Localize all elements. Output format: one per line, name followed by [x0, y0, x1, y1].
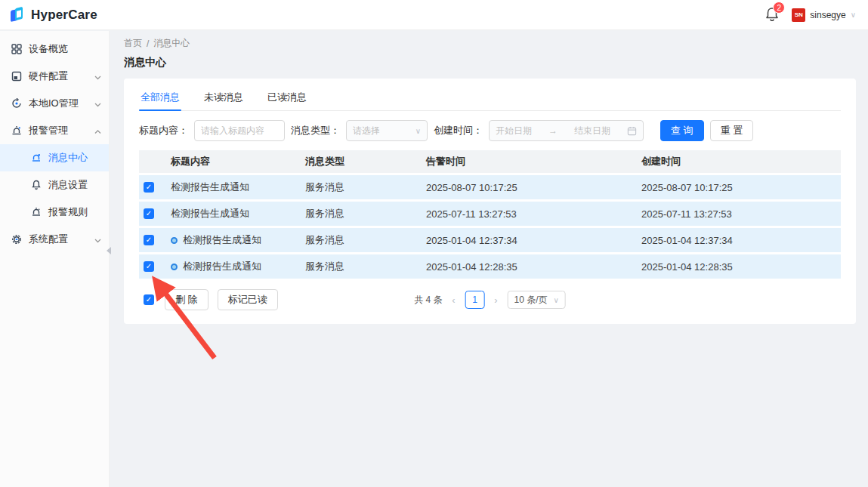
sidebar-item-label: 消息设置	[48, 178, 101, 192]
col-create-time: 创建时间	[641, 155, 841, 168]
type-filter-label: 消息类型：	[291, 124, 340, 137]
reset-button[interactable]: 重 置	[710, 120, 754, 141]
row-checkbox[interactable]	[144, 235, 154, 245]
search-button[interactable]: 查 询	[660, 120, 704, 141]
next-page-icon[interactable]: ›	[493, 294, 500, 306]
tab-read-messages[interactable]: 已读消息	[266, 86, 308, 110]
table-row[interactable]: 检测报告生成通知 服务消息 2025-08-07 10:17:25 2025-0…	[139, 175, 841, 199]
col-title: 标题内容	[171, 155, 305, 168]
title-filter-input-wrap	[194, 120, 285, 141]
breadcrumb-separator: /	[147, 39, 149, 49]
row-type: 服务消息	[305, 207, 426, 220]
row-alarm-time: 2025-01-04 12:28:35	[426, 261, 641, 273]
sidebar-item-label: 系统配置	[29, 233, 94, 246]
calendar-icon	[627, 126, 637, 136]
avatar: SN	[792, 8, 805, 22]
type-filter-placeholder: 请选择	[353, 125, 380, 137]
row-create-time: 2025-08-07 10:17:25	[641, 182, 841, 193]
message-center-icon	[30, 152, 42, 164]
prev-page-icon[interactable]: ‹	[450, 294, 458, 306]
list-footer: 删 除 标记已读 共 4 条 ‹ 1 › 10 条/页 ∨	[139, 289, 841, 310]
sidebar-item-local-io[interactable]: 本地IO管理	[0, 90, 109, 117]
sidebar-item-label: 设备概览	[29, 42, 101, 56]
select-all-checkbox[interactable]	[144, 294, 154, 305]
sidebar-item-label: 报警管理	[29, 124, 94, 137]
gear-icon	[11, 233, 23, 245]
page-size-select[interactable]: 10 条/页 ∨	[508, 291, 566, 309]
col-type: 消息类型	[305, 155, 426, 168]
sidebar-item-label: 报警规则	[48, 205, 101, 219]
row-create-time: 2025-07-11 13:27:53	[641, 208, 841, 220]
end-date-placeholder: 结束日期	[574, 125, 610, 137]
date-range-picker[interactable]: 开始日期 → 结束日期	[489, 120, 644, 141]
sidebar: 设备概览 硬件配置 本地IO管理 报警管理 消息中心	[0, 31, 110, 487]
unread-dot-icon	[171, 264, 178, 270]
top-header: HyperCare 2 SN sinsegye ∨	[0, 0, 868, 30]
notification-badge: 2	[773, 2, 785, 14]
chevron-down-icon	[94, 98, 101, 109]
grid-icon	[11, 43, 23, 55]
sidebar-item-alarm-management[interactable]: 报警管理	[0, 117, 109, 144]
notification-bell[interactable]: 2	[765, 6, 781, 24]
delete-button[interactable]: 删 除	[165, 289, 209, 310]
table-row[interactable]: 检测报告生成通知 服务消息 2025-07-11 13:27:53 2025-0…	[139, 202, 841, 226]
row-title: 检测报告生成通知	[183, 260, 261, 273]
sidebar-item-message-settings[interactable]: 消息设置	[0, 171, 109, 199]
sidebar-collapse-handle[interactable]	[107, 247, 111, 254]
breadcrumb-current: 消息中心	[153, 37, 190, 50]
chevron-down-icon	[94, 234, 101, 245]
title-filter-input[interactable]	[201, 125, 278, 136]
alarm-icon	[11, 125, 23, 137]
row-checkbox[interactable]	[144, 182, 154, 193]
chevron-up-icon	[94, 125, 101, 137]
message-table: 标题内容 消息类型 告警时间 创建时间 检测报告生成通知 服务消息 2025-0…	[139, 150, 841, 279]
title-filter-label: 标题内容：	[139, 124, 188, 137]
row-type: 服务消息	[305, 233, 426, 247]
row-create-time: 2025-01-04 12:37:34	[641, 235, 841, 246]
hardware-icon	[11, 70, 23, 82]
time-filter-label: 创建时间：	[434, 124, 483, 137]
page-size-value: 10 条/页	[514, 294, 548, 307]
sidebar-item-hardware-config[interactable]: 硬件配置	[0, 63, 109, 90]
current-page[interactable]: 1	[465, 291, 485, 309]
sidebar-item-label: 消息中心	[48, 151, 101, 165]
sidebar-item-system-config[interactable]: 系统配置	[0, 226, 109, 253]
mark-read-button[interactable]: 标记已读	[218, 289, 278, 310]
row-alarm-time: 2025-01-04 12:37:34	[426, 235, 641, 246]
message-card: 全部消息 未读消息 已读消息 标题内容： 消息类型： 请选择 ∨ 创建时间： 开…	[124, 79, 856, 324]
page-title: 消息中心	[124, 56, 856, 69]
logo-icon	[11, 8, 26, 23]
message-tabs: 全部消息 未读消息 已读消息	[139, 86, 841, 111]
table-row[interactable]: 检测报告生成通知 服务消息 2025-01-04 12:37:34 2025-0…	[139, 228, 841, 252]
row-checkbox[interactable]	[144, 208, 154, 219]
row-type: 服务消息	[305, 260, 426, 273]
row-type: 服务消息	[305, 180, 426, 194]
user-menu[interactable]: SN sinsegye ∨	[792, 8, 856, 22]
bell-icon	[30, 179, 42, 191]
username: sinsegye	[810, 10, 845, 20]
row-alarm-time: 2025-07-11 13:27:53	[426, 208, 641, 220]
table-header: 标题内容 消息类型 告警时间 创建时间	[139, 150, 841, 173]
table-row[interactable]: 检测报告生成通知 服务消息 2025-01-04 12:28:35 2025-0…	[139, 254, 841, 279]
chevron-down-icon: ∨	[415, 127, 421, 135]
row-checkbox[interactable]	[144, 261, 154, 272]
range-arrow: →	[548, 125, 558, 136]
unread-dot-icon	[171, 237, 178, 244]
sidebar-item-message-center[interactable]: 消息中心	[0, 144, 109, 171]
alarm-rules-icon	[30, 206, 42, 218]
row-title: 检测报告生成通知	[171, 207, 249, 220]
row-create-time: 2025-01-04 12:28:35	[641, 261, 841, 273]
chevron-down-icon	[94, 71, 101, 82]
sidebar-item-device-overview[interactable]: 设备概览	[0, 35, 109, 63]
start-date-placeholder: 开始日期	[496, 125, 532, 137]
sidebar-item-alarm-rules[interactable]: 报警规则	[0, 199, 109, 226]
row-alarm-time: 2025-08-07 10:17:25	[426, 182, 641, 193]
sync-icon	[11, 97, 23, 109]
tab-unread-messages[interactable]: 未读消息	[202, 86, 245, 110]
tab-all-messages[interactable]: 全部消息	[139, 86, 181, 110]
breadcrumb-home[interactable]: 首页	[124, 37, 142, 50]
type-filter-select[interactable]: 请选择 ∨	[346, 120, 428, 141]
row-title: 检测报告生成通知	[183, 233, 261, 247]
main-content: 首页 / 消息中心 消息中心 全部消息 未读消息 已读消息 标题内容： 消息类型…	[110, 31, 868, 487]
chevron-down-icon: ∨	[554, 296, 559, 304]
